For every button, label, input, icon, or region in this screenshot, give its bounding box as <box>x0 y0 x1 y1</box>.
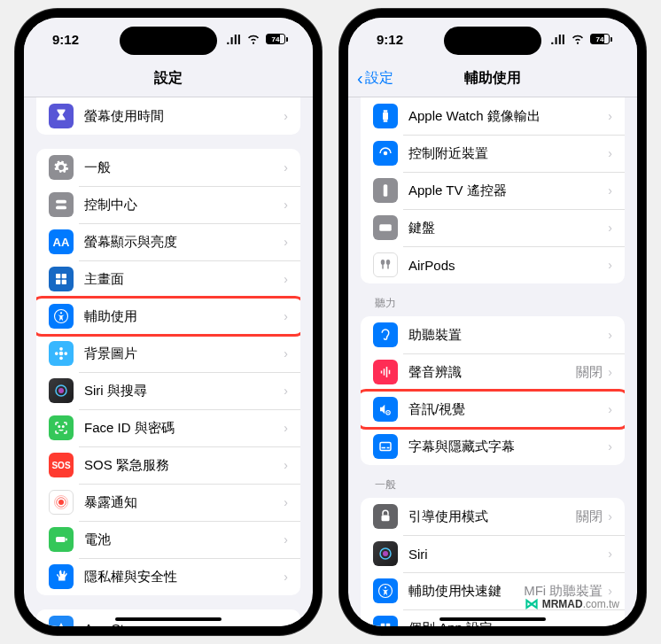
siri-icon <box>49 378 74 403</box>
chevron-right-icon: › <box>608 439 612 454</box>
svg-rect-4 <box>56 280 60 284</box>
row-exposure[interactable]: 暴露通知 › <box>36 484 300 521</box>
row-battery[interactable]: 電池 › <box>36 521 300 558</box>
svg-rect-33 <box>382 264 384 269</box>
svg-point-11 <box>55 352 58 355</box>
svg-rect-5 <box>62 280 66 284</box>
ear-icon <box>373 322 398 347</box>
svg-rect-27 <box>384 110 388 112</box>
row-face-id[interactable]: Face ID 與密碼 › <box>36 409 300 446</box>
navbar: ‹ 設定 輔助使用 <box>348 60 637 97</box>
row-wallpaper[interactable]: 背景圖片 › <box>36 335 300 372</box>
chevron-right-icon: › <box>608 328 612 342</box>
row-display[interactable]: AA 螢幕顯示與亮度 › <box>36 223 300 260</box>
section-general: 一般 <box>348 465 637 498</box>
navbar: 設定 <box>24 60 313 97</box>
svg-point-47 <box>383 551 388 556</box>
accessibility-list[interactable]: Apple Watch 鏡像輸出 › 控制附近裝置 › Apple TV 遙控器… <box>348 97 637 626</box>
hourglass-icon <box>49 104 74 128</box>
row-watch-mirror[interactable]: Apple Watch 鏡像輸出 › <box>361 97 625 135</box>
row-audio-visual[interactable]: 音訊/視覺 › <box>361 391 625 428</box>
row-guided-access[interactable]: 引導使用模式 關閉 › <box>361 498 625 535</box>
watermark-logo-icon: ⋈ <box>525 595 539 612</box>
back-button[interactable]: ‹ 設定 <box>357 68 393 89</box>
chevron-right-icon: › <box>284 198 288 212</box>
row-hearing-devices[interactable]: 助聽裝置 › <box>361 316 625 353</box>
row-screen-time[interactable]: 螢幕使用時間 › <box>36 97 300 135</box>
hand-icon <box>49 564 74 589</box>
svg-rect-51 <box>386 624 391 626</box>
section-hearing: 聽力 <box>348 283 637 316</box>
chevron-right-icon: › <box>608 221 612 235</box>
chevron-right-icon: › <box>608 183 612 198</box>
accessibility-icon <box>49 304 74 329</box>
svg-point-10 <box>59 356 63 360</box>
chevron-right-icon: › <box>608 365 612 379</box>
chevron-right-icon: › <box>284 235 288 249</box>
chevron-right-icon: › <box>608 146 612 160</box>
chevron-right-icon: › <box>284 160 288 175</box>
accessibility-icon <box>373 578 398 603</box>
row-privacy[interactable]: 隱私權與安全性 › <box>36 558 300 595</box>
phone-right: 9:12 .ıll 74 ‹ 設定 輔助使用 <box>339 9 646 635</box>
svg-rect-35 <box>387 264 389 269</box>
chevron-right-icon: › <box>284 621 288 626</box>
sound-wave-icon <box>373 360 398 384</box>
row-keyboard[interactable]: 鍵盤 › <box>361 209 625 246</box>
gear-icon <box>49 155 74 180</box>
signal-icon: .ıll <box>550 32 565 47</box>
chevron-right-icon: › <box>284 109 288 123</box>
chevron-right-icon: › <box>284 384 288 398</box>
svg-point-9 <box>59 347 63 351</box>
chevron-right-icon: › <box>284 421 288 435</box>
svg-rect-38 <box>386 367 388 377</box>
chevron-right-icon: › <box>608 258 612 272</box>
row-subtitles[interactable]: 字幕與隱藏式字幕 › <box>361 428 625 465</box>
svg-rect-39 <box>389 370 391 375</box>
phone-left: 9:12 .ıll 74 設定 螢幕使用時間 › <box>15 9 322 635</box>
svg-rect-0 <box>56 200 66 204</box>
row-nearby-control[interactable]: 控制附近裝置 › <box>361 135 625 172</box>
chevron-right-icon: › <box>608 109 612 123</box>
row-sound-recognition[interactable]: 聲音辨識 關閉 › <box>361 353 625 391</box>
row-home-screen[interactable]: 主畫面 › <box>36 260 300 298</box>
chevron-right-icon: › <box>284 532 288 547</box>
chevron-right-icon: › <box>608 509 612 524</box>
face-id-icon <box>49 415 74 440</box>
svg-rect-36 <box>381 371 383 374</box>
chevron-right-icon: › <box>284 346 288 361</box>
row-airpods[interactable]: AirPods › <box>361 246 625 283</box>
row-general[interactable]: 一般 › <box>36 149 300 186</box>
status-time: 9:12 <box>377 32 403 47</box>
page-title: 輔助使用 <box>464 69 521 88</box>
switches-icon <box>49 192 74 217</box>
nearby-icon <box>373 141 398 166</box>
dynamic-island <box>120 27 217 55</box>
svg-rect-20 <box>56 537 66 542</box>
keyboard-icon <box>373 215 398 240</box>
exposure-icon <box>49 490 74 515</box>
row-control-center[interactable]: 控制中心 › <box>36 186 300 223</box>
svg-rect-1 <box>56 206 66 210</box>
chevron-left-icon: ‹ <box>357 68 363 89</box>
chevron-right-icon: › <box>608 621 612 626</box>
row-apple-tv-remote[interactable]: Apple TV 遙控器 › <box>361 172 625 209</box>
chevron-right-icon: › <box>608 547 612 561</box>
svg-rect-30 <box>384 184 388 197</box>
row-siri-search[interactable]: Siri 與搜尋 › <box>36 372 300 409</box>
svg-point-8 <box>59 352 64 356</box>
battery-icon: 74 <box>590 34 612 44</box>
svg-rect-50 <box>381 624 385 626</box>
row-accessibility[interactable]: 輔助使用 › <box>36 298 300 335</box>
chevron-right-icon: › <box>284 309 288 323</box>
home-indicator[interactable] <box>439 617 546 621</box>
svg-rect-45 <box>382 516 390 522</box>
svg-point-16 <box>63 426 65 428</box>
settings-list[interactable]: 螢幕使用時間 › 一般 › 控制中心 › <box>24 97 313 626</box>
row-sos[interactable]: SOS SOS 緊急服務 › <box>36 446 300 484</box>
home-indicator[interactable] <box>115 617 222 621</box>
grid-icon <box>49 267 74 291</box>
speaker-eye-icon <box>373 397 398 422</box>
row-siri[interactable]: Siri › <box>361 535 625 572</box>
wifi-icon <box>245 30 261 49</box>
